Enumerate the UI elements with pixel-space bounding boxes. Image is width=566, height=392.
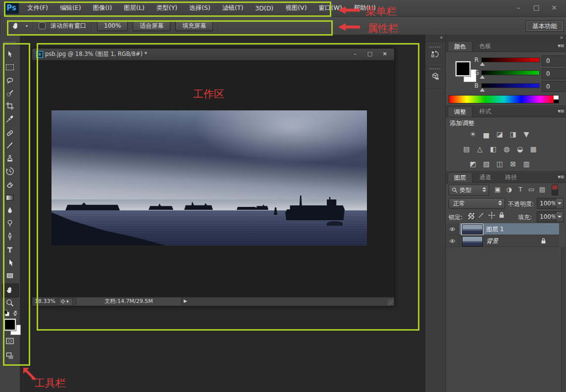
selective-color-icon[interactable]: ⊠: [508, 159, 518, 168]
layers-scrollbar[interactable]: [561, 247, 566, 392]
zoom-tool[interactable]: [5, 298, 14, 307]
tab-channels[interactable]: 通道: [473, 172, 497, 182]
color-foreground-swatch[interactable]: [456, 61, 470, 76]
menu-edit[interactable]: 编辑(E): [60, 4, 81, 12]
screen-mode-icon[interactable]: [5, 351, 14, 360]
dodge-tool[interactable]: [5, 219, 14, 228]
layer-row-layer1[interactable]: 图层 1: [446, 223, 559, 235]
close-button[interactable]: ×: [545, 2, 563, 13]
spot-healing-brush-tool[interactable]: [5, 128, 14, 137]
minimize-button[interactable]: –: [510, 2, 527, 13]
layer-row-background[interactable]: 背景: [446, 235, 559, 247]
brush-tool[interactable]: [5, 141, 14, 150]
hand-tool-icon[interactable]: [11, 21, 21, 30]
layer-filter-toggle[interactable]: [552, 185, 558, 196]
window-resize-grip[interactable]: [387, 299, 393, 305]
tab-color[interactable]: 颜色: [448, 41, 472, 51]
spectrum-black-swatch[interactable]: [554, 99, 559, 103]
filter-type-layers-icon[interactable]: T: [516, 185, 525, 194]
status-document-sizes[interactable]: 文档:14.7M/29.5M: [76, 297, 182, 305]
menu-filter[interactable]: 滤镜(T): [222, 4, 243, 12]
menu-type[interactable]: 类型(Y): [156, 4, 177, 12]
levels-icon[interactable]: ▅: [481, 130, 492, 139]
layers-panel-menu-icon[interactable]: ▾≡: [558, 174, 564, 180]
history-panel-button[interactable]: [425, 45, 445, 67]
pen-tool[interactable]: [5, 232, 14, 241]
lock-position-icon[interactable]: [488, 211, 496, 221]
type-tool[interactable]: [5, 245, 14, 254]
quick-selection-tool[interactable]: [5, 89, 14, 98]
layer1-name[interactable]: 图层 1: [486, 225, 504, 234]
brightness-contrast-icon[interactable]: ☀: [467, 130, 478, 139]
path-selection-tool[interactable]: [5, 258, 14, 267]
document-maximize-button[interactable]: □: [364, 50, 375, 58]
channel-r-slider[interactable]: [481, 57, 540, 62]
tool-preset-dropdown-icon[interactable]: ▾: [26, 24, 28, 28]
filter-shape-layers-icon[interactable]: ▭: [527, 185, 536, 194]
filter-pixel-layers-icon[interactable]: ▣: [493, 185, 502, 194]
opacity-dropdown-icon[interactable]: [556, 198, 563, 208]
layer1-thumbnail[interactable]: [462, 224, 483, 235]
blend-mode-select[interactable]: 正常: [449, 198, 505, 209]
channel-b-slider[interactable]: [481, 83, 540, 88]
menu-select[interactable]: 选择(S): [189, 4, 210, 12]
swap-colors-icon[interactable]: [12, 310, 19, 318]
background-visibility-toggle[interactable]: [446, 235, 460, 246]
channel-r-value[interactable]: 0: [542, 55, 566, 66]
background-name[interactable]: 背景: [486, 237, 498, 245]
menu-image[interactable]: 图像(I): [93, 4, 112, 12]
move-tool[interactable]: [5, 50, 14, 59]
invert-icon[interactable]: ◩: [467, 159, 478, 168]
blur-tool[interactable]: [5, 206, 14, 215]
menu-view[interactable]: 视图(V): [285, 4, 307, 12]
clone-stamp-tool[interactable]: [5, 154, 14, 163]
history-brush-tool[interactable]: [5, 167, 14, 176]
adjustments-panel-menu-icon[interactable]: ▾≡: [558, 108, 564, 114]
3d-panel-button[interactable]: [425, 66, 445, 89]
status-popup-arrow-icon[interactable]: ▶: [184, 298, 187, 303]
channel-g-value[interactable]: 0: [542, 68, 566, 79]
foreground-color-swatch[interactable]: [4, 319, 16, 331]
background-thumbnail[interactable]: [462, 236, 483, 246]
default-colors-icon[interactable]: [3, 310, 9, 316]
tab-adjustments[interactable]: 调整: [448, 106, 472, 117]
posterize-icon[interactable]: ▧: [481, 159, 492, 168]
crop-tool[interactable]: [5, 101, 14, 110]
rectangle-shape-tool[interactable]: [5, 271, 14, 280]
fill-combo[interactable]: 100%: [537, 211, 564, 222]
fit-screen-button[interactable]: 适合屏幕: [133, 20, 170, 31]
scroll-all-windows-checkbox[interactable]: [39, 22, 46, 29]
channel-g-thumb[interactable]: [480, 75, 485, 79]
exposure-icon[interactable]: ◨: [508, 130, 518, 139]
gradient-tool[interactable]: [5, 193, 14, 202]
lock-all-icon[interactable]: [499, 211, 505, 220]
quick-mask-mode-icon[interactable]: [5, 337, 14, 345]
rectangular-marquee-tool[interactable]: [5, 63, 14, 72]
filter-adjustment-layers-icon[interactable]: ◑: [505, 185, 514, 194]
fill-screen-button[interactable]: 填充屏幕: [175, 20, 213, 31]
document-minimize-button[interactable]: –: [350, 50, 360, 58]
toolbar-grip[interactable]: [4, 42, 16, 43]
gradient-map-icon[interactable]: ▥: [521, 159, 532, 168]
tab-layers[interactable]: 图层: [448, 172, 472, 183]
opacity-combo[interactable]: 100%: [537, 198, 564, 209]
spectrum-white-swatch[interactable]: [554, 96, 559, 99]
tab-swatches[interactable]: 色板: [473, 41, 497, 51]
maximize-button[interactable]: □: [527, 2, 545, 13]
document-title-bar[interactable]: s psb.jpg @ 18.3% (图层 1, RGB/8#) * – □ ×: [32, 49, 394, 60]
curves-icon[interactable]: ◪: [494, 130, 505, 139]
hand-tool[interactable]: [5, 286, 14, 294]
channel-b-value[interactable]: 0: [542, 81, 566, 92]
hue-saturation-icon[interactable]: ▤: [461, 145, 472, 153]
channel-b-thumb[interactable]: [480, 88, 485, 92]
black-white-icon[interactable]: ◧: [488, 145, 499, 153]
channel-g-slider[interactable]: [481, 70, 540, 75]
collapse-panels-icon[interactable]: «: [440, 35, 443, 40]
channel-mixer-icon[interactable]: ◒: [515, 145, 525, 153]
tab-styles[interactable]: 样式: [473, 106, 497, 116]
menu-file[interactable]: 文件(F): [27, 4, 48, 12]
canvas-image[interactable]: [51, 110, 367, 245]
lasso-tool[interactable]: [5, 76, 14, 85]
channel-r-thumb[interactable]: [480, 62, 485, 66]
status-zoom-level[interactable]: 18.33%: [35, 298, 55, 304]
